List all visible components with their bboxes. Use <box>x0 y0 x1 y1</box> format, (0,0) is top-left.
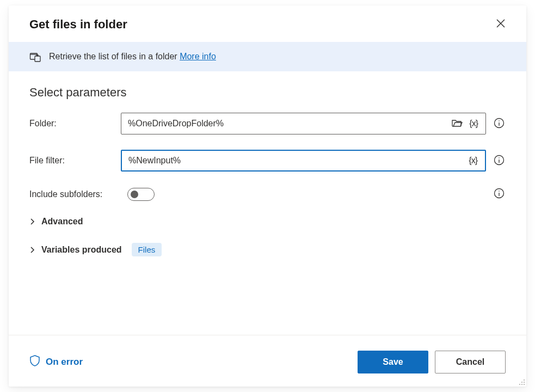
save-button[interactable]: Save <box>358 351 428 373</box>
svg-point-13 <box>524 384 525 385</box>
chevron-right-icon <box>29 247 36 253</box>
on-error-button[interactable]: On error <box>29 355 83 370</box>
variable-badge[interactable]: Files <box>132 243 162 256</box>
folder-input[interactable] <box>128 119 448 128</box>
folder-info-button[interactable] <box>493 117 506 131</box>
dialog-header: Get files in folder <box>9 5 526 42</box>
file-filter-input-wrap: {x} <box>121 150 506 171</box>
svg-point-11 <box>519 384 520 385</box>
variables-produced-expander[interactable]: Variables produced <box>29 245 122 255</box>
include-subfolders-wrap <box>127 187 506 201</box>
file-filter-input-box: {x} <box>121 150 486 171</box>
dialog: Get files in folder Retrieve the list of… <box>9 5 526 387</box>
svg-point-5 <box>499 157 500 158</box>
chevron-right-icon <box>29 218 36 225</box>
folder-label: Folder: <box>29 119 121 128</box>
footer-buttons: Save Cancel <box>358 351 506 373</box>
close-icon <box>496 22 506 30</box>
browse-folder-button[interactable] <box>448 116 466 132</box>
folder-input-wrap: {x} <box>121 113 506 134</box>
section-title: Select parameters <box>29 85 506 100</box>
include-subfolders-toggle[interactable] <box>127 188 155 201</box>
dialog-title: Get files in folder <box>29 17 127 32</box>
info-icon <box>494 188 505 200</box>
more-info-link[interactable]: More info <box>180 52 216 61</box>
variables-produced-label: Variables produced <box>41 245 122 255</box>
info-banner-description: Retrieve the list of files in a folder <box>49 52 177 61</box>
svg-point-3 <box>499 120 500 121</box>
file-filter-variable-button[interactable]: {x} <box>465 154 481 168</box>
file-filter-input[interactable] <box>128 156 465 166</box>
svg-point-9 <box>521 382 522 383</box>
file-filter-label: File filter: <box>29 156 121 166</box>
variables-produced-row: Variables produced Files <box>29 243 506 256</box>
folder-variable-button[interactable]: {x} <box>466 117 481 131</box>
info-banner-text: Retrieve the list of files in a folder M… <box>49 52 216 62</box>
close-button[interactable] <box>494 16 508 32</box>
on-error-label: On error <box>46 357 83 367</box>
dialog-footer: On error Save Cancel <box>9 335 526 387</box>
param-row-file-filter: File filter: {x} <box>29 150 506 171</box>
folder-input-box: {x} <box>121 113 486 134</box>
svg-point-10 <box>524 382 525 383</box>
folder-open-icon <box>452 118 463 130</box>
resize-grip[interactable] <box>518 378 525 385</box>
cancel-button[interactable]: Cancel <box>435 351 506 373</box>
info-icon <box>494 155 505 167</box>
param-row-include-subfolders: Include subfolders: <box>29 187 506 201</box>
folder-files-icon <box>29 51 41 63</box>
toggle-knob <box>131 191 138 198</box>
svg-point-12 <box>521 384 522 385</box>
shield-icon <box>29 355 40 370</box>
include-subfolders-label: Include subfolders: <box>29 189 127 199</box>
advanced-label: Advanced <box>41 217 83 226</box>
variable-icon: {x} <box>469 156 477 166</box>
dialog-content: Select parameters Folder: <box>9 71 526 335</box>
svg-rect-1 <box>35 56 40 62</box>
include-subfolders-info-button[interactable] <box>493 187 506 201</box>
file-filter-info-button[interactable] <box>493 154 506 168</box>
svg-point-8 <box>524 379 525 381</box>
svg-point-7 <box>499 191 500 192</box>
variable-icon: {x} <box>469 119 478 128</box>
param-row-folder: Folder: {x} <box>29 113 506 134</box>
info-icon <box>494 118 505 130</box>
info-banner: Retrieve the list of files in a folder M… <box>9 42 526 71</box>
advanced-expander[interactable]: Advanced <box>29 217 506 226</box>
